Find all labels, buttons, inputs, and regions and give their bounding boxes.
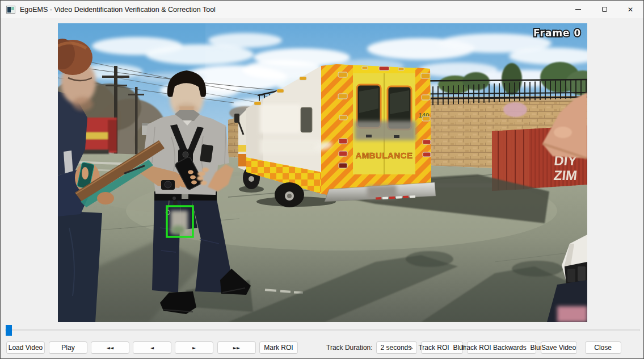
utility-pole [135,87,138,157]
timeline-slider-handle[interactable] [6,325,12,336]
blur-patch [355,121,416,140]
window-title: EgoEMS - Video Deidentification Verifica… [20,6,216,14]
timeline-slider-track[interactable] [5,329,640,331]
close-button[interactable]: Close [585,341,621,354]
frame-counter-overlay: Frame 0 [533,27,581,39]
step-forward-button[interactable]: ► [175,341,213,354]
side-window [301,107,312,132]
track-roi-blur-button[interactable]: Track ROI Blur [421,341,463,354]
maximize-icon [602,7,607,12]
blur-patch [260,104,301,133]
blur-patch [260,139,322,154]
close-window-button[interactable]: ✕ [617,1,643,18]
video-frame-scene: ★ ★ ★ ★ ★ DIY ZIM [58,23,587,322]
video-canvas[interactable]: ★ ★ ★ ★ ★ DIY ZIM [58,23,587,322]
track-duration-label: Track Duration: [326,341,373,354]
container-text: ZIM [553,168,578,183]
play-button[interactable]: Play [49,341,87,354]
radio [200,144,213,162]
rewind-button[interactable]: ◄◄ [91,341,129,354]
track-duration-select[interactable]: 2 seconds [376,341,417,354]
step-back-button[interactable]: ◄ [133,341,171,354]
fast-forward-button[interactable]: ►► [217,341,256,354]
mark-roi-button[interactable]: Mark ROI [259,341,298,354]
load-video-button[interactable]: Load Video [6,341,45,354]
track-duration-value: 2 seconds [381,344,412,352]
app-window: EgoEMS - Video Deidentification Verifica… [0,0,644,359]
window-controls: ✕ [565,1,643,18]
minimize-button[interactable] [565,1,591,18]
blur-patch [557,306,587,322]
toolbar: Load Video Play ◄◄ ◄ ► ►► Mark ROI Track… [6,341,621,354]
minimize-icon [575,9,581,10]
title-bar: EgoEMS - Video Deidentification Verifica… [1,1,643,18]
close-icon: ✕ [628,6,633,13]
ambulance-rear-text: AMBULANCE [355,151,413,160]
maximize-button[interactable] [591,1,617,18]
pink-shrub [503,102,527,117]
save-video-button[interactable]: Save Video [541,341,577,354]
track-roi-backwards-blur-button[interactable]: Track ROI Backwards Blur [467,341,536,354]
app-icon [6,6,15,14]
